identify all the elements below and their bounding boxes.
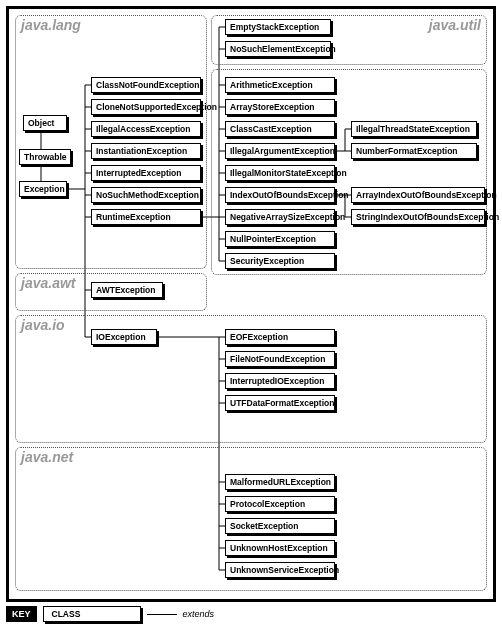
legend-class-box: CLASS	[43, 606, 141, 622]
class-illarg-1: NumberFormatException	[351, 143, 477, 159]
class-io: IOException	[91, 329, 157, 345]
class-util-0: EmptyStackException	[225, 19, 331, 35]
package-java-lang	[15, 15, 207, 269]
class-net-1: ProtocolException	[225, 496, 335, 512]
class-throwable: Throwable	[19, 149, 71, 165]
diagram-frame: java.lang java.util java.awt java.io jav…	[6, 6, 496, 602]
class-lang-5: NoSuchMethodException	[91, 187, 201, 203]
package-label-io: java.io	[21, 317, 65, 333]
class-util-1: NoSuchElementException	[225, 41, 331, 57]
class-rt-8: SecurityException	[225, 253, 335, 269]
class-net-0: MalformedURLException	[225, 474, 335, 490]
package-label-awt: java.awt	[21, 275, 75, 291]
class-rt-1: ArrayStoreException	[225, 99, 335, 115]
class-net-2: SocketException	[225, 518, 335, 534]
class-rt-5: IndexOutOfBoundsException	[225, 187, 335, 203]
class-lang-1: CloneNotSupportedException	[91, 99, 201, 115]
class-io-2: InterruptedIOException	[225, 373, 335, 389]
class-idx-1: StringIndexOutOfBoundsException	[351, 209, 485, 225]
class-rt-3: IllegalArgumentException	[225, 143, 335, 159]
legend-label: KEY	[6, 606, 37, 622]
package-label-lang: java.lang	[21, 17, 81, 33]
legend-line-icon	[147, 614, 177, 615]
class-net-3: UnknownHostException	[225, 540, 335, 556]
class-rt-7: NullPointerException	[225, 231, 335, 247]
package-label-net: java.net	[21, 449, 73, 465]
legend-extends: extends	[183, 609, 215, 619]
class-lang-0: ClassNotFoundException	[91, 77, 201, 93]
class-io-1: FileNotFoundException	[225, 351, 335, 367]
legend: KEY CLASS extends	[6, 606, 214, 622]
class-idx-0: ArrayIndexOutOfBoundsException	[351, 187, 485, 203]
class-rt-4: IllegalMonitorStateException	[225, 165, 335, 181]
class-lang-2: IllegalAccessException	[91, 121, 201, 137]
class-lang-3: InstantiationException	[91, 143, 201, 159]
class-io-0: EOFException	[225, 329, 335, 345]
class-exception: Exception	[19, 181, 67, 197]
class-rt-6: NegativeArraySizeException	[225, 209, 335, 225]
package-label-util: java.util	[429, 17, 481, 33]
class-rt-0: ArithmeticException	[225, 77, 335, 93]
class-illarg-0: IllegalThreadStateException	[351, 121, 477, 137]
class-io-3: UTFDataFormatException	[225, 395, 335, 411]
class-rt-2: ClassCastException	[225, 121, 335, 137]
class-awt: AWTException	[91, 282, 163, 298]
class-net-4: UnknownServiceException	[225, 562, 335, 578]
class-lang-4: InterruptedException	[91, 165, 201, 181]
class-object: Object	[23, 115, 67, 131]
class-lang-6: RuntimeException	[91, 209, 201, 225]
